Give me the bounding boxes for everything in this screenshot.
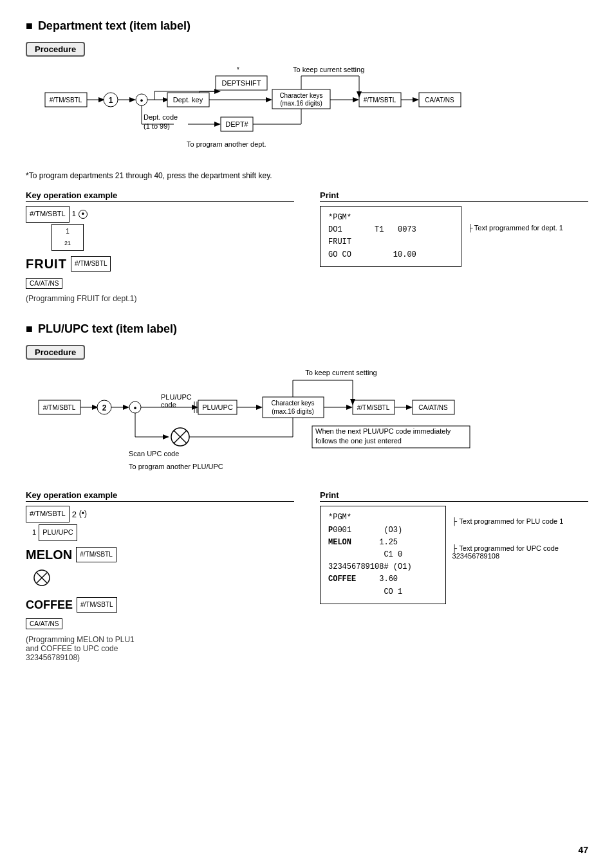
annot-text-plu-1: Text programmed for PLU code 1 (459, 517, 563, 525)
key-op-col-1: Key operation example #/TM/SBTL 1 • 121 … (26, 190, 294, 303)
print-title-1: Print (320, 190, 588, 202)
key-op-col-2: Key operation example #/TM/SBTL 2 (•) 1 … (26, 490, 294, 661)
svg-text:Scan UPC code: Scan UPC code (129, 450, 179, 457)
plu-print-6: COFFEE 3.60 (328, 573, 438, 586)
key-op-title-1: Key operation example (26, 190, 294, 202)
print-line-1: *PGM* (328, 212, 453, 224)
scan-symbol-row (32, 568, 294, 593)
plu-print-4: C1 0 (328, 549, 438, 561)
svg-marker-59 (123, 405, 129, 410)
procedure-badge-2: Procedure (26, 345, 85, 360)
svg-text:Character keys: Character keys (271, 400, 314, 407)
svg-text:To program another PLU/UPC: To program another PLU/UPC (129, 463, 223, 470)
plu-print-5: 323456789108# (O1) (328, 561, 438, 573)
svg-marker-33 (413, 97, 419, 102)
ca-at-ns-1: CA/AT/NS (26, 277, 294, 291)
key-tm-sbtl-3: #/TM/SBTL (26, 506, 70, 522)
coffee-label: COFFEE (26, 595, 73, 615)
caption-2: (Programming MELON to PLU1 and COFFEE to… (26, 635, 294, 662)
svg-text:To keep current setting: To keep current setting (293, 66, 364, 73)
fruit-label: FRUIT (26, 252, 67, 275)
svg-text:•: • (134, 403, 137, 412)
svg-marker-71 (256, 405, 263, 410)
svg-text:•: • (140, 95, 144, 105)
print-box-1: *PGM* DO1 T1 0073 FRUIT GO CO 10.00 (320, 206, 461, 267)
plu-annot-1: ├ Text programmed for PLU code 1 (452, 517, 588, 525)
num-1: 1 (72, 208, 76, 221)
plu-print-2: P0001 (O3) (328, 524, 438, 537)
svg-text:PLU/UPC: PLU/UPC (202, 403, 233, 411)
svg-text:CA/AT/NS: CA/AT/NS (425, 97, 454, 104)
svg-marker-29 (353, 97, 359, 102)
svg-text:#/TM/SBTL: #/TM/SBTL (50, 97, 82, 104)
svg-text:Dept. key: Dept. key (173, 96, 203, 104)
svg-text:CA/AT/NS: CA/AT/NS (418, 404, 448, 411)
svg-marker-24 (266, 97, 272, 102)
svg-text:DEPTSHIFT: DEPTSHIFT (221, 79, 261, 87)
section2-title: PLU/UPC text (item label) (26, 322, 588, 336)
ca-at-ns-2: CA/AT/NS (26, 617, 294, 631)
print-line-3: FRUIT (328, 236, 453, 248)
plu-row1: #/TM/SBTL 2 (•) (26, 506, 294, 522)
svg-text:#/TM/SBTL: #/TM/SBTL (43, 404, 76, 411)
print-line-4: GO CO 10.00 (328, 249, 453, 261)
annot-text-1: Text programmed for dept. 1 (474, 224, 563, 232)
plu-svg: To keep current setting #/TM/SBTL 2 • PL… (26, 366, 560, 476)
plu-annot-2: ├ Text programmed for UPC code 323456789… (452, 544, 588, 560)
svg-marker-76 (346, 405, 353, 410)
dept-svg: * To keep current setting DEPTSHIFT #/TM… (26, 63, 560, 156)
key-op-area-2: #/TM/SBTL 2 (•) 1 PLU/UPC MELON #/TM/SBT… (26, 506, 294, 631)
melon-label: MELON (26, 543, 72, 566)
svg-marker-14 (129, 97, 136, 102)
key-tm-sbtl-2: #/TM/SBTL (71, 256, 111, 272)
print-col-2: Print *PGM* P0001 (O3) MELON 1.25 C1 0 3… (320, 490, 588, 661)
svg-text:Dept. code: Dept. code (144, 113, 178, 121)
print-annot-line-1: ├ Text programmed for dept. 1 (468, 224, 563, 232)
asterisk-note: *To program departments 21 through 40, p… (26, 171, 588, 180)
svg-text:To keep current setting: To keep current setting (305, 369, 377, 376)
print-area-2: *PGM* P0001 (O3) MELON 1.25 C1 0 3234567… (320, 506, 588, 604)
plu-print-1: *PGM* (328, 512, 438, 524)
bracket-3: ├ (452, 544, 460, 552)
svg-text:To program another dept.: To program another dept. (187, 140, 266, 148)
svg-text:PLU/UPC: PLU/UPC (161, 393, 192, 401)
bracket-2: ├ (452, 517, 460, 525)
fruit-row: FRUIT #/TM/SBTL (26, 252, 294, 275)
procedure-badge-1: Procedure (26, 42, 85, 57)
dot-paren: (•) (79, 507, 87, 521)
print-box-2: *PGM* P0001 (O3) MELON 1.25 C1 0 3234567… (320, 506, 446, 604)
svg-text:1: 1 (109, 96, 113, 105)
section2-examples: Key operation example #/TM/SBTL 2 (•) 1 … (26, 490, 588, 661)
svg-text:2: 2 (102, 403, 107, 412)
svg-text:DEPT#: DEPT# (225, 120, 248, 128)
ca-at-ns-key-2: CA/AT/NS (26, 618, 62, 629)
caption-1: (Programming FRUIT for dept.1) (26, 294, 294, 303)
print-line-2: DO1 T1 0073 (328, 224, 453, 236)
svg-marker-41 (214, 122, 221, 127)
print-col-1: Print *PGM* DO1 T1 0073 FRUIT GO CO 10.0… (320, 190, 588, 303)
svg-text:*: * (237, 66, 240, 73)
print-annotations-1: ├ Text programmed for dept. 1 (468, 224, 563, 232)
section1: Department text (item label) Procedure *… (26, 19, 588, 303)
svg-text:follows the one just entered: follows the one just entered (315, 437, 402, 445)
num-2: 2 (72, 507, 77, 522)
plu-upc-key: PLU/UPC (39, 524, 77, 541)
svg-text:#/TM/SBTL: #/TM/SBTL (357, 404, 390, 411)
ca-at-ns-key-1: CA/AT/NS (26, 278, 62, 289)
plu-row2: 1 PLU/UPC (26, 524, 294, 541)
print-title-2: Print (320, 490, 588, 502)
svg-text:(max.16 digits): (max.16 digits) (280, 100, 322, 107)
section2: PLU/UPC text (item label) Procedure To k… (26, 322, 588, 661)
scan-icon (32, 568, 51, 587)
key-op-title-2: Key operation example (26, 490, 294, 502)
plu-print-3: MELON 1.25 (328, 537, 438, 549)
sub-box-1: 121 (51, 224, 84, 251)
print-annotations-2: ├ Text programmed for PLU code 1 ├ Text … (452, 517, 588, 560)
page-number: 47 (578, 845, 588, 855)
svg-marker-89 (163, 434, 169, 439)
num-1-plu: 1 (32, 526, 36, 539)
svg-text:Character keys: Character keys (279, 92, 322, 99)
key-tm-sbtl-1: #/TM/SBTL (26, 206, 70, 223)
bracket-1: ├ (468, 224, 473, 232)
svg-text:#/TM/SBTL: #/TM/SBTL (364, 97, 396, 104)
